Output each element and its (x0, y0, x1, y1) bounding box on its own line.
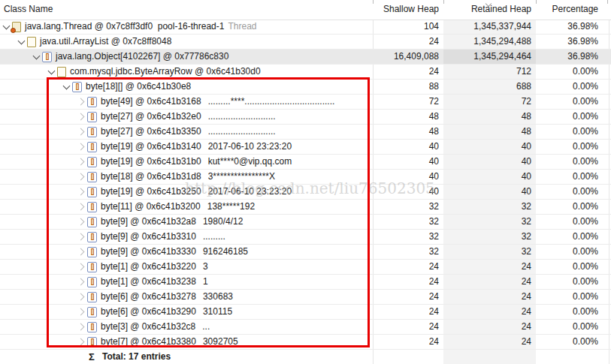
table-row[interactable]: []byte[18] @ 0x6c41b31d83***************… (0, 170, 611, 185)
array-icon: [] (87, 172, 97, 182)
percentage-value: 36.98% (536, 35, 607, 49)
class-name-cell: []byte[11] @ 0x6c41b3200138*****192 (0, 200, 373, 214)
class-name-label: byte[18][] @ 0x6c41b30e8 (86, 80, 191, 94)
class-name-cell: []byte[9] @ 0x6c41b3310......... (0, 230, 373, 244)
chevron-right-icon[interactable] (75, 114, 87, 119)
chevron-right-icon[interactable] (75, 159, 87, 164)
chevron-right-icon[interactable] (75, 174, 87, 179)
table-row[interactable]: []byte[18][] @ 0x6c41b30e8886880.00% (0, 80, 611, 95)
table-row[interactable]: []byte[49] @ 0x6c41b3168.........****...… (0, 95, 611, 110)
class-name-label: byte[9] @ 0x6c41b3310 (101, 230, 196, 244)
column-header-class-name[interactable]: Class Name (0, 0, 372, 19)
chevron-right-icon[interactable] (75, 234, 87, 239)
class-name-label: byte[1] @ 0x6c41b3220 (101, 260, 196, 274)
percentage-value: 0.00% (536, 80, 607, 94)
value-preview: ........................... (208, 125, 276, 139)
chevron-right-icon[interactable] (75, 279, 87, 284)
value-preview: 310115 (203, 305, 232, 319)
table-row[interactable]: []byte[6] @ 0x6c41b329031011524240.00% (0, 305, 611, 320)
class-name-label: java.lang.Object[4102267] @ 0x77786c830 (56, 50, 228, 64)
table-row[interactable]: []java.lang.Object[4102267] @ 0x77786c83… (0, 50, 611, 65)
chevron-down-icon[interactable] (15, 41, 27, 44)
array-icon: [] (42, 52, 52, 62)
value-preview: 330683 (203, 290, 233, 304)
retained-heap-value: 32 (443, 245, 536, 259)
chevron-right-icon[interactable] (75, 219, 87, 224)
table-row[interactable]: java.lang.Thread @ 0x7c8ff3df0 pool-16-t… (0, 20, 611, 35)
percentage-value: 36.98% (536, 50, 607, 64)
array-icon: [] (87, 337, 97, 347)
table-row[interactable]: []byte[1] @ 0x6c41b3238124240.00% (0, 275, 611, 290)
table-row[interactable]: []byte[9] @ 0x6c41b32a81980/4/1232320.00… (0, 215, 611, 230)
table-row[interactable]: []byte[7] @ 0x6c41b3380309270524240.00% (0, 335, 611, 350)
column-header-shallow-heap[interactable]: Shallow Heap (373, 0, 443, 19)
retained-heap-value: 32 (443, 215, 536, 229)
shallow-heap-value: 104 (373, 20, 443, 34)
retained-heap-value: 24 (443, 275, 536, 289)
chevron-right-icon[interactable] (75, 294, 87, 299)
chevron-right-icon[interactable] (75, 204, 87, 209)
chevron-right-icon[interactable] (75, 339, 87, 344)
table-row[interactable]: []byte[27] @ 0x6c41b3350................… (0, 125, 611, 140)
tree-indent (0, 56, 30, 57)
table-row[interactable]: []byte[19] @ 0x6c41b31402017-06-10 23:23… (0, 140, 611, 155)
table-row[interactable]: []byte[11] @ 0x6c41b3200138*****19232320… (0, 200, 611, 215)
chevron-down-icon[interactable] (30, 56, 42, 59)
class-name-cell: []byte[18] @ 0x6c41b31d83***************… (0, 170, 373, 184)
chevron-right-icon[interactable] (75, 249, 87, 254)
shallow-heap-value: 16,409,088 (373, 50, 443, 64)
chevron-right-icon[interactable] (75, 129, 87, 134)
column-resize-tick[interactable] (443, 0, 444, 4)
chevron-down-icon[interactable] (60, 86, 72, 89)
array-icon: [] (87, 142, 97, 152)
table-row[interactable]: []byte[1] @ 0x6c41b3220324240.00% (0, 260, 611, 275)
retained-heap-value: 24 (443, 290, 536, 304)
sigma-icon: Σ (89, 350, 95, 364)
value-preview: 1 (203, 275, 208, 289)
column-header-percentage[interactable]: Percentage (536, 0, 607, 19)
tree-indent (0, 236, 75, 237)
value-preview: 2017-06-10 23:23:20 (208, 140, 292, 154)
chevron-right-icon[interactable] (75, 324, 87, 329)
class-name-cell: []byte[19] @ 0x6c41b32502017-06-10 23:23… (0, 185, 373, 199)
chevron-down-icon[interactable] (0, 26, 12, 29)
chevron-right-icon[interactable] (75, 189, 87, 194)
table-row[interactable]: []byte[9] @ 0x6c41b333091624618532320.00… (0, 245, 611, 260)
table-row[interactable]: []byte[27] @ 0x6c41b32e0................… (0, 110, 611, 125)
column-resize-tick[interactable] (373, 0, 374, 4)
percentage-value: 0.00% (536, 290, 607, 304)
total-row: Σ Total: 17 entries (0, 350, 611, 364)
table-row[interactable]: []byte[9] @ 0x6c41b3310.........32320.00… (0, 230, 611, 245)
class-name-cell: []byte[7] @ 0x6c41b33803092705 (0, 335, 373, 349)
table-row[interactable]: []byte[6] @ 0x6c41b327833068324240.00% (0, 290, 611, 305)
column-resize-tick[interactable] (607, 0, 608, 4)
class-name-label: byte[6] @ 0x6c41b3278 (101, 290, 196, 304)
table-row[interactable]: []byte[19] @ 0x6c41b31b0kut****0@vip.qq.… (0, 155, 611, 170)
chevron-down-icon[interactable] (45, 71, 57, 74)
class-name-label: byte[27] @ 0x6c41b3350 (101, 125, 201, 139)
retained-heap-value: 32 (443, 200, 536, 214)
column-resize-tick[interactable] (536, 0, 537, 4)
chevron-right-icon[interactable] (75, 309, 87, 314)
array-icon: [] (87, 292, 97, 302)
class-name-label: byte[11] @ 0x6c41b3200 (101, 200, 201, 214)
class-name-label: byte[3] @ 0x6c41b32c8 (101, 320, 195, 334)
class-name-label: byte[18] @ 0x6c41b31d8 (101, 170, 201, 184)
table-row[interactable]: com.mysql.jdbc.ByteArrayRow @ 0x6c41b30d… (0, 65, 611, 80)
shallow-heap-value: 24 (373, 305, 443, 319)
tree-indent (0, 41, 15, 42)
table-row[interactable]: java.util.ArrayList @ 0x7c8ff8048241,345… (0, 35, 611, 50)
table-row[interactable]: []byte[19] @ 0x6c41b32502017-06-10 23:23… (0, 185, 611, 200)
array-icon: [] (87, 112, 97, 122)
value-preview: ... (202, 320, 210, 334)
retained-heap-value: 24 (443, 260, 536, 274)
table-row[interactable]: []byte[3] @ 0x6c41b32c8...24240.00% (0, 320, 611, 335)
class-name-cell: []byte[1] @ 0x6c41b32203 (0, 260, 373, 274)
tree-indent (0, 131, 75, 132)
chevron-right-icon[interactable] (75, 144, 87, 149)
tree-indent (0, 341, 75, 342)
chevron-right-icon[interactable] (75, 99, 87, 104)
chevron-right-icon[interactable] (75, 264, 87, 269)
class-name-cell: []byte[6] @ 0x6c41b3278330683 (0, 290, 373, 304)
retained-heap-value: 72 (443, 95, 536, 109)
